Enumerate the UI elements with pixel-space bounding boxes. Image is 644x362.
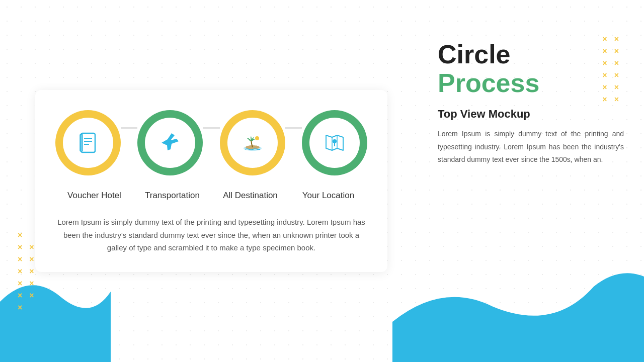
cross-icon: ×: [18, 243, 22, 251]
connector-3: [285, 127, 302, 129]
circle-voucher-hotel: [55, 110, 121, 175]
svg-rect-0: [81, 133, 95, 152]
cross-icon: ×: [602, 71, 607, 79]
cross-icon: ×: [29, 243, 34, 251]
circle-inner-1: [63, 118, 113, 168]
title-process: Process: [438, 69, 624, 98]
cross-icon: ×: [614, 83, 619, 92]
document-icon: [75, 130, 101, 155]
circle-all-destination: [220, 110, 285, 175]
svg-point-12: [333, 139, 337, 143]
subtitle: Top View Mockup: [438, 108, 624, 121]
cross-icon: ×: [614, 71, 619, 79]
circle-outer-yellow-1: [55, 110, 121, 175]
circle-outer-green-1: [137, 110, 203, 175]
circle-outer-yellow-2: [220, 110, 285, 175]
cross-icon: ×: [602, 35, 607, 43]
label-transportation: Transportation: [137, 191, 208, 201]
cross-icon: ×: [29, 267, 34, 276]
label-voucher-hotel: Voucher Hotel: [59, 191, 130, 201]
connector-2: [203, 127, 219, 129]
cross-icon: ×: [18, 231, 22, 239]
circle-inner-2: [145, 118, 195, 168]
circles-row: [55, 110, 367, 175]
cross-icon: ×: [18, 292, 22, 300]
main-content: Voucher Hotel Transportation All Destina…: [0, 0, 644, 362]
cross-icon: ×: [18, 255, 22, 263]
cross-icon: ×: [602, 47, 607, 55]
circle-outer-green-2: [302, 110, 367, 175]
svg-point-8: [255, 136, 259, 140]
cross-icon: ×: [614, 96, 619, 104]
process-card: Voucher Hotel Transportation All Destina…: [35, 90, 387, 272]
cross-decoration-top-right: × × × × × × × × × × × ×: [602, 35, 619, 104]
cross-icon: ×: [614, 35, 619, 43]
left-panel: Voucher Hotel Transportation All Destina…: [0, 0, 423, 362]
map-icon: [322, 130, 347, 155]
right-description: Lorem Ipsum is simply dummy text of the …: [438, 128, 624, 166]
cross-icon: ×: [602, 59, 607, 67]
cross-icon: ×: [29, 255, 34, 263]
cross-icon: ×: [602, 83, 607, 92]
island-icon: [240, 130, 265, 155]
circle-your-location: [302, 110, 367, 175]
title-circle: Circle: [438, 40, 624, 69]
connector-1: [121, 127, 137, 129]
cross-decoration-bottom-left: × × × × × × × × × × × ×: [18, 231, 34, 312]
cross-icon: ×: [602, 96, 607, 104]
cross-icon: ×: [29, 292, 34, 300]
cross-icon: ×: [18, 304, 22, 312]
cross-icon: ×: [18, 280, 22, 288]
left-description: Lorem Ipsum is simply dummy text of the …: [55, 216, 367, 254]
label-your-location: Your Location: [293, 191, 364, 201]
cross-icon: ×: [29, 280, 34, 288]
circle-inner-3: [227, 118, 278, 168]
cross-icon: ×: [18, 267, 22, 276]
circle-transportation: [137, 110, 203, 175]
cross-icon: ×: [614, 59, 619, 67]
cross-icon: ×: [614, 47, 619, 55]
plane-icon: [157, 130, 183, 155]
label-all-destination: All Destination: [215, 191, 286, 201]
circle-inner-4: [309, 118, 360, 168]
labels-row: Voucher Hotel Transportation All Destina…: [55, 191, 367, 201]
